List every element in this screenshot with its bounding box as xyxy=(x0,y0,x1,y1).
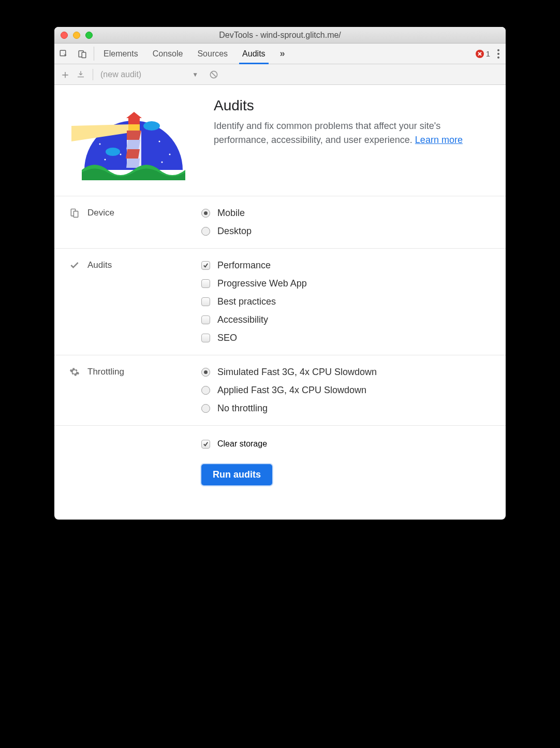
audits-toolbar: ＋ (new audit) ▼ xyxy=(54,64,506,85)
chevron-right-icon: » xyxy=(280,48,285,59)
chevron-down-icon: ▼ xyxy=(192,71,198,78)
device-option-mobile[interactable]: Mobile xyxy=(201,208,491,219)
svg-point-9 xyxy=(159,141,160,142)
audit-option-accessibility[interactable]: Accessibility xyxy=(201,314,491,325)
main-menu-button[interactable] xyxy=(497,49,499,59)
checkbox-icon xyxy=(201,440,210,449)
audit-option-best-practices[interactable]: Best practices xyxy=(201,296,491,307)
device-toolbar-icon[interactable] xyxy=(73,44,92,64)
option-label: Accessibility xyxy=(217,314,268,325)
option-label: Mobile xyxy=(217,208,245,219)
throttling-option-applied[interactable]: Applied Fast 3G, 4x CPU Slowdown xyxy=(201,385,491,396)
option-label: SEO xyxy=(217,333,237,343)
audit-selector[interactable]: (new audit) ▼ xyxy=(100,70,198,79)
audits-panel: Audits Identify and fix common problems … xyxy=(54,85,506,520)
tabs-overflow-button[interactable]: » xyxy=(273,44,292,64)
separator xyxy=(94,47,94,61)
audit-option-seo[interactable]: SEO xyxy=(201,333,491,343)
check-icon xyxy=(69,260,80,270)
option-label: Progressive Web App xyxy=(217,278,307,289)
svg-rect-20 xyxy=(73,211,78,218)
tab-audits[interactable]: Audits xyxy=(235,44,272,64)
audits-hero-text: Audits Identify and fix common problems … xyxy=(214,97,491,180)
radio-icon xyxy=(201,368,210,377)
audit-option-performance[interactable]: Performance xyxy=(201,260,491,271)
option-label: Clear storage xyxy=(217,439,267,449)
close-window-button[interactable] xyxy=(61,32,68,39)
svg-point-10 xyxy=(169,154,171,155)
error-icon xyxy=(476,50,484,58)
checkbox-icon xyxy=(201,297,210,306)
minimize-window-button[interactable] xyxy=(73,32,80,39)
devtools-tabstrip: Elements Console Sources Audits » 1 xyxy=(54,44,506,64)
checkbox-icon xyxy=(201,315,210,324)
audits-section-label: Audits xyxy=(87,260,112,270)
audit-option-pwa[interactable]: Progressive Web App xyxy=(201,278,491,289)
audits-hero: Audits Identify and fix common problems … xyxy=(54,97,506,196)
option-label: Performance xyxy=(217,260,271,271)
svg-point-7 xyxy=(120,154,122,155)
throttling-option-none[interactable]: No throttling xyxy=(201,403,491,414)
audits-description: Identify and fix common problems that af… xyxy=(214,119,491,147)
run-audits-button[interactable]: Run audits xyxy=(201,464,272,485)
clear-button[interactable] xyxy=(209,69,219,80)
checkbox-icon xyxy=(201,334,210,342)
option-label: Applied Fast 3G, 4x CPU Slowdown xyxy=(217,385,366,396)
svg-rect-2 xyxy=(82,52,86,58)
footer-section: Clear storage Run audits xyxy=(54,425,506,499)
radio-icon xyxy=(201,209,210,218)
download-report-button[interactable] xyxy=(76,70,85,79)
throttling-section-label: Throttling xyxy=(87,367,124,377)
checkbox-icon xyxy=(201,279,210,288)
audits-section: Audits Performance Progressive Web App B… xyxy=(54,248,506,355)
tab-label: Console xyxy=(153,49,183,59)
svg-point-12 xyxy=(161,162,163,163)
window-titlebar: DevTools - wind-sprout.glitch.me/ xyxy=(54,27,506,44)
new-audit-button[interactable]: ＋ xyxy=(60,67,71,82)
svg-point-13 xyxy=(143,121,160,131)
svg-rect-3 xyxy=(78,76,84,77)
error-count: 1 xyxy=(486,49,490,58)
separator xyxy=(93,69,93,80)
error-count-badge[interactable]: 1 xyxy=(476,49,490,58)
option-label: Best practices xyxy=(217,296,276,307)
audit-selector-label: (new audit) xyxy=(100,70,141,79)
clear-storage-option[interactable]: Clear storage xyxy=(201,439,267,449)
svg-rect-16 xyxy=(128,124,140,131)
throttling-section: Throttling Simulated Fast 3G, 4x CPU Slo… xyxy=(54,355,506,425)
zoom-window-button[interactable] xyxy=(85,32,93,39)
svg-rect-15 xyxy=(128,118,140,124)
radio-icon xyxy=(201,404,210,413)
svg-point-11 xyxy=(105,159,106,161)
tab-label: Sources xyxy=(197,49,228,59)
svg-point-5 xyxy=(99,143,101,145)
learn-more-link[interactable]: Learn more xyxy=(415,135,463,145)
audits-title: Audits xyxy=(214,97,491,114)
tab-label: Elements xyxy=(104,49,138,59)
option-label: No throttling xyxy=(217,403,268,414)
traffic-lights xyxy=(61,32,93,39)
option-label: Desktop xyxy=(217,226,252,237)
tab-sources[interactable]: Sources xyxy=(190,44,235,64)
tab-label: Audits xyxy=(242,49,265,59)
gear-icon xyxy=(69,367,80,377)
option-label: Simulated Fast 3G, 4x CPU Slowdown xyxy=(217,367,377,378)
device-option-desktop[interactable]: Desktop xyxy=(201,226,491,237)
window-title: DevTools - wind-sprout.glitch.me/ xyxy=(54,31,506,40)
lighthouse-illustration xyxy=(69,97,198,180)
audits-description-text: Identify and fix common problems that af… xyxy=(214,121,440,145)
devtools-window: DevTools - wind-sprout.glitch.me/ Elemen… xyxy=(54,27,506,520)
tab-console[interactable]: Console xyxy=(145,44,190,64)
inspect-element-icon[interactable] xyxy=(54,44,73,64)
radio-icon xyxy=(201,386,210,395)
device-section: Device Mobile Desktop xyxy=(54,196,506,248)
svg-marker-18 xyxy=(126,112,142,118)
throttling-option-simulated[interactable]: Simulated Fast 3G, 4x CPU Slowdown xyxy=(201,367,491,378)
svg-point-14 xyxy=(106,148,120,156)
radio-icon xyxy=(201,227,210,236)
tab-elements[interactable]: Elements xyxy=(96,44,145,64)
device-icon xyxy=(69,208,80,218)
checkbox-icon xyxy=(201,261,210,270)
device-section-label: Device xyxy=(87,208,114,218)
